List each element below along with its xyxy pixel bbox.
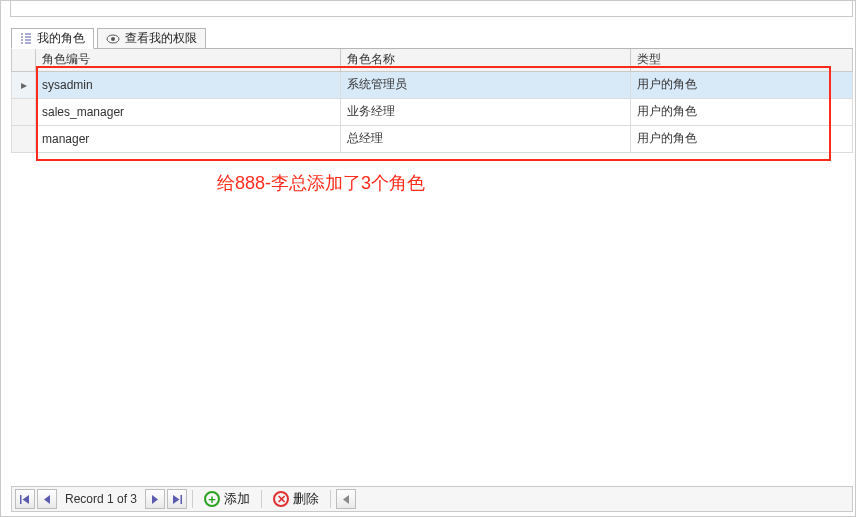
separator	[192, 490, 193, 508]
plus-icon: +	[204, 491, 220, 507]
tab-view-permissions[interactable]: 查看我的权限	[97, 28, 206, 49]
x-icon: ✕	[273, 491, 289, 507]
header-row: 角色编号 角色名称 类型	[12, 49, 853, 71]
svg-marker-13	[152, 495, 158, 504]
cell-role-id[interactable]: sales_manager	[36, 98, 341, 125]
add-button[interactable]: + 添加	[198, 488, 256, 510]
row-indicator: ▸	[12, 71, 36, 98]
row-indicator-header	[12, 49, 36, 71]
list-icon	[20, 33, 32, 44]
table-row[interactable]: ▸ sysadmin 系统管理员 用户的角色	[12, 71, 853, 98]
svg-rect-15	[181, 495, 183, 504]
nav-end-edit-button[interactable]	[336, 489, 356, 509]
table-row[interactable]: sales_manager 业务经理 用户的角色	[12, 98, 853, 125]
cell-role-type[interactable]: 用户的角色	[631, 125, 853, 152]
nav-prev-button[interactable]	[37, 489, 57, 509]
svg-point-9	[111, 37, 115, 41]
cell-role-type[interactable]: 用户的角色	[631, 98, 853, 125]
tab-strip: 我的角色 查看我的权限	[11, 27, 853, 48]
svg-marker-11	[23, 495, 30, 504]
delete-button[interactable]: ✕ 删除	[267, 488, 325, 510]
row-indicator	[12, 125, 36, 152]
delete-label: 删除	[293, 490, 319, 508]
svg-rect-10	[20, 495, 22, 504]
cell-role-name[interactable]: 业务经理	[341, 98, 631, 125]
svg-marker-16	[343, 495, 349, 504]
table-row[interactable]: manager 总经理 用户的角色	[12, 125, 853, 152]
col-header-name[interactable]: 角色名称	[341, 49, 631, 71]
col-header-id[interactable]: 角色编号	[36, 49, 341, 71]
nav-last-button[interactable]	[167, 489, 187, 509]
grid-panel: 角色编号 角色名称 类型 ▸ sysadmin 系统管理员 用户的角色 sale…	[11, 48, 853, 482]
roles-table: 角色编号 角色名称 类型 ▸ sysadmin 系统管理员 用户的角色 sale…	[11, 49, 853, 153]
cell-role-id[interactable]: sysadmin	[36, 71, 341, 98]
upper-blank-panel	[10, 1, 853, 17]
cell-role-name[interactable]: 系统管理员	[341, 71, 631, 98]
svg-marker-14	[173, 495, 180, 504]
cell-role-type[interactable]: 用户的角色	[631, 71, 853, 98]
separator	[330, 490, 331, 508]
tab-my-roles[interactable]: 我的角色	[11, 28, 94, 49]
tab-label: 查看我的权限	[125, 30, 197, 47]
tab-label: 我的角色	[37, 30, 85, 47]
eye-icon	[106, 34, 120, 44]
window: 我的角色 查看我的权限 角色编号 角色名称 类型	[0, 0, 856, 517]
nav-next-button[interactable]	[145, 489, 165, 509]
col-header-type[interactable]: 类型	[631, 49, 853, 71]
cell-role-name[interactable]: 总经理	[341, 125, 631, 152]
separator	[261, 490, 262, 508]
nav-first-button[interactable]	[15, 489, 35, 509]
cell-role-id[interactable]: manager	[36, 125, 341, 152]
svg-marker-12	[44, 495, 50, 504]
row-indicator	[12, 98, 36, 125]
add-label: 添加	[224, 490, 250, 508]
record-position-label: Record 1 of 3	[59, 492, 143, 506]
record-navigator: Record 1 of 3 + 添加 ✕ 删除	[11, 486, 853, 512]
